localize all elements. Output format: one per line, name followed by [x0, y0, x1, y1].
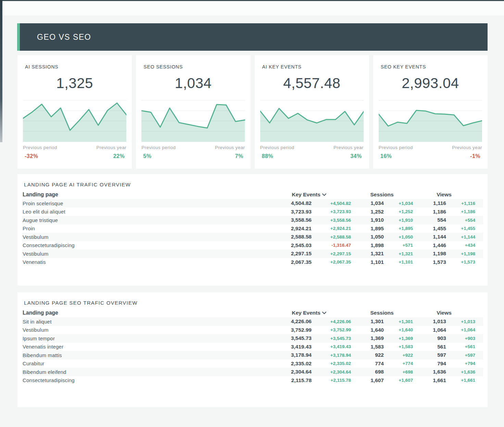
views-value: 1,013 [413, 318, 446, 325]
views-value: 1,198 [413, 251, 446, 257]
prev-period-label: Previous period [141, 145, 176, 150]
landing-page-cell: Curabitur [22, 361, 267, 366]
sessions-value: 1,898 [351, 242, 384, 248]
landing-page-cell: Augue tristique [22, 217, 267, 223]
chevron-down-icon [322, 191, 326, 197]
table-row: Consecteturadipiscing2,115.78+2,115.781,… [22, 376, 483, 385]
table-panel-ai-traffic: LANDING PAGE AI TRAFIC OVERVIEW Landing … [17, 174, 488, 285]
key-events-delta: +3,178.94 [312, 353, 351, 358]
views-delta: +1,064 [446, 327, 475, 332]
kpi-card-seo-sessions: SEO SESSIONS 1,034 Previous period Previ… [136, 55, 250, 169]
views-delta: +1,636 [446, 369, 475, 375]
table-title: LANDING PAGE SEO TRAFIC OVERVIEW [17, 292, 488, 306]
kpi-title: SEO KEY EVENTS [373, 55, 488, 70]
sessions-delta: +1,607 [384, 378, 413, 383]
table-header-row: Landing page Key Events Sessions Views [22, 190, 483, 199]
views-delta: +1,144 [446, 234, 475, 240]
key-events-value: 2,588.58 [267, 234, 312, 240]
views-value: 1,446 [413, 242, 446, 248]
prev-period-change: 5% [143, 153, 151, 159]
table-row: Ipsum tempor3,545.73+3,545.731,369+1,369… [22, 334, 483, 343]
landing-page-cell: Ipsum tempor [22, 336, 267, 341]
column-header-key-events[interactable]: Key Events [267, 191, 351, 198]
key-events-value: 4,226.06 [267, 318, 312, 325]
column-header-key-events[interactable]: Key Events [267, 309, 351, 316]
key-events-value: 3,558.56 [267, 217, 312, 223]
page-title: GEO VS SEO [37, 33, 91, 42]
table-body: Sit in aliquet4,226.06+4,226.061,301+1,3… [22, 317, 483, 385]
key-events-delta: +2,335.02 [312, 361, 351, 366]
column-header-landing-page: Landing page [22, 310, 267, 316]
landing-page-cell: Proin scelerisque [22, 200, 267, 206]
key-events-value: 2,067.35 [267, 259, 312, 265]
landing-page-cell: Venenatis [22, 259, 267, 265]
views-delta: +561 [446, 344, 475, 349]
table-row: Sit in aliquet4,226.06+4,226.061,301+1,3… [22, 317, 483, 326]
kpi-value: 1,325 [17, 75, 132, 92]
sessions-delta: +1,640 [384, 327, 413, 332]
sessions-value: 1,640 [351, 327, 384, 333]
sessions-value: 1,895 [351, 225, 384, 232]
views-delta: +1,013 [446, 319, 475, 324]
views-value: 794 [413, 361, 446, 367]
prev-period-label: Previous period [379, 145, 413, 150]
views-value: 1,116 [413, 200, 446, 206]
prev-period-label: Previous period [23, 145, 57, 150]
landing-page-cell: Vestibulum [22, 251, 267, 257]
key-events-delta: +3,419.43 [312, 344, 351, 349]
sessions-delta: +1,050 [384, 234, 413, 240]
sessions-delta: +1,321 [384, 251, 413, 256]
key-events-value: 2,924.21 [267, 225, 312, 232]
views-delta: +1,186 [446, 209, 475, 214]
prev-year-label: Previous year [452, 145, 482, 150]
views-value: 1,064 [413, 327, 446, 333]
landing-page-cell: Bibendum eleifend [22, 369, 267, 375]
prev-year-change: 22% [113, 153, 125, 159]
column-header-sessions: Sessions [351, 310, 413, 316]
landing-page-cell: Sit in aliquet [22, 319, 267, 325]
landing-page-cell: Proin [22, 225, 267, 231]
views-delta: +1,573 [446, 259, 475, 265]
sparkline-chart [23, 100, 126, 142]
sessions-delta: +1,301 [384, 319, 413, 324]
prev-year-change: 7% [235, 153, 243, 159]
sessions-delta: +571 [384, 243, 413, 248]
sessions-delta: +1,895 [384, 226, 413, 231]
landing-page-cell: Bibendum mattis [22, 352, 267, 358]
report-header: GEO VS SEO [17, 23, 488, 51]
table-row: Leo elit dui aliquet3,723.93+3,723.931,2… [22, 208, 483, 216]
top-toolbar-band [2, 1, 504, 15]
prev-year-label: Previous year [97, 145, 127, 150]
sessions-value: 1,034 [351, 200, 384, 206]
table-body: Proin scelerisque4,504.82+4,504.821,034+… [22, 199, 483, 266]
sessions-value: 1,369 [351, 335, 384, 341]
key-events-delta: +2,067.35 [312, 259, 351, 265]
key-events-value: 3,752.99 [267, 327, 312, 333]
header-accent-bar [17, 23, 20, 51]
key-events-delta: +4,226.06 [312, 319, 351, 324]
prev-period-change: -32% [25, 153, 38, 159]
key-events-delta: +2,588.58 [312, 234, 351, 240]
table-row: Vestibulum3,752.99+3,752.991,640+1,6401,… [22, 326, 483, 334]
column-header-landing-page: Landing page [22, 192, 267, 198]
views-value: 1,186 [413, 209, 446, 215]
kpi-title: SEO SESSIONS [136, 55, 250, 70]
views-delta: +1,116 [446, 201, 475, 206]
key-events-value: 3,545.73 [267, 335, 312, 341]
table-row: Curabitur2,335.02+2,335.02774+774794+794 [22, 359, 483, 368]
sessions-value: 1,050 [351, 234, 384, 240]
sessions-delta: +922 [384, 353, 413, 358]
sessions-delta: +1,583 [384, 344, 413, 349]
views-delta: +1,455 [446, 226, 475, 231]
key-events-delta: +3,752.99 [312, 327, 351, 332]
table-row: Vestibulum2,297.15+2,297.151,321+1,3211,… [22, 249, 483, 258]
key-events-delta: +2,304.64 [312, 369, 351, 375]
views-delta: +554 [446, 218, 475, 223]
key-events-delta: +3,723.93 [312, 209, 351, 214]
key-events-delta: +3,558.56 [312, 218, 351, 223]
prev-year-label: Previous year [215, 145, 245, 150]
views-delta: +434 [446, 243, 475, 248]
key-events-value: 2,304.64 [267, 369, 312, 375]
key-events-delta: +2,115.78 [312, 378, 351, 383]
sparkline-chart [379, 100, 482, 142]
